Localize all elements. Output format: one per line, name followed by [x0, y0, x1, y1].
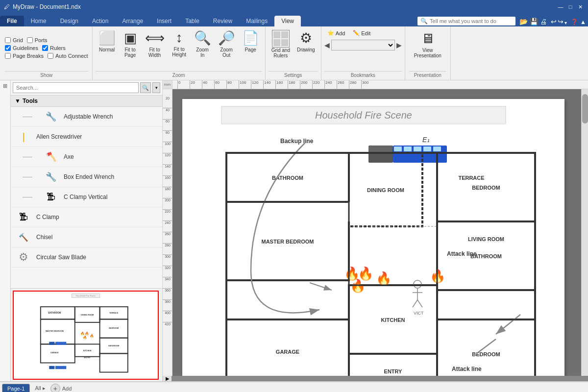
svg-text:MASTER BEDROOM: MASTER BEDROOM	[46, 330, 64, 332]
svg-text:🔥: 🔥	[85, 331, 89, 336]
svg-rect-22	[49, 342, 54, 345]
zoom-group-label: Zoom	[96, 71, 262, 78]
svg-rect-24	[49, 366, 54, 369]
bookmarks-group-label: Bookmarks	[324, 71, 402, 78]
list-item[interactable]: | Allen Screwdriver	[11, 127, 162, 147]
ruler-mark: 0	[177, 80, 180, 89]
tab-arrange[interactable]: Arrange	[115, 16, 150, 26]
tab-review[interactable]: Review	[206, 16, 239, 26]
svg-text:🔥: 🔥	[83, 335, 87, 340]
list-item[interactable]: 🔧 Box Ended Wrench	[11, 167, 162, 187]
tab-table[interactable]: Table	[178, 16, 206, 26]
add-page-button[interactable]: +	[50, 384, 60, 392]
tab-insert[interactable]: Insert	[150, 16, 178, 26]
tab-file[interactable]: File	[0, 16, 24, 26]
tab-bar: File Home Design Action Arrange Insert T…	[0, 14, 588, 26]
svg-text:GARAGE: GARAGE	[276, 349, 299, 355]
tool-divider	[23, 157, 32, 157]
zoom-out-button[interactable]: 🔎 Zoom Out	[215, 28, 238, 59]
svg-text:ENTRY: ENTRY	[84, 357, 91, 359]
rulers-checkbox-label[interactable]: Rulers	[42, 45, 66, 51]
file-open-icon[interactable]: 📂	[519, 18, 528, 25]
undo-icon[interactable]: ↩	[551, 18, 557, 25]
guidelines-checkbox[interactable]	[5, 45, 11, 51]
drawing-icon: ⚙	[300, 30, 312, 46]
grid-and-rulers-button[interactable]: Grid and Rulers	[269, 28, 293, 60]
tools-search-dropdown[interactable]: ▾	[152, 82, 160, 93]
pointer-tool[interactable]: ⊞	[1, 81, 10, 90]
grid-checkbox-label[interactable]: Grid	[5, 37, 23, 43]
c-clamp-vertical-label: C Clamp Vertical	[64, 194, 107, 200]
normal-button[interactable]: ⬜ Normal	[96, 28, 119, 54]
tools-search-input[interactable]	[13, 82, 139, 93]
list-item[interactable]: 🔧 Adjustable Wrench	[11, 107, 162, 127]
edit-bookmark-button[interactable]: ✏️ Edit	[350, 28, 373, 38]
quick-access-dropdown[interactable]: ▾	[564, 20, 567, 25]
page-button[interactable]: 📄 Page	[239, 28, 262, 54]
print-icon[interactable]: 🖨	[540, 18, 547, 25]
canvas-scroll[interactable]: 20 40 60 80 100 120 140 160 180 200 220 …	[163, 89, 588, 376]
help-button[interactable]: ❓	[571, 19, 578, 25]
ports-checkbox-label[interactable]: Ports	[27, 37, 48, 43]
view-presentation-button[interactable]: 🖥 View Presentation	[409, 28, 446, 60]
fit-to-width-button[interactable]: ⟺ Fit to Width	[142, 28, 168, 59]
tool-divider	[23, 117, 32, 117]
rulers-checkbox[interactable]	[42, 45, 48, 51]
tools-search-button[interactable]: 🔍	[140, 82, 151, 93]
ports-checkbox[interactable]	[27, 37, 33, 43]
close-button[interactable]: ✕	[576, 3, 584, 11]
page-tab-all[interactable]: All ▸	[31, 384, 49, 392]
tool-divider	[23, 197, 32, 197]
page-tab-1[interactable]: Page-1	[2, 384, 30, 392]
minimize-button[interactable]: —	[557, 3, 564, 11]
auto-connect-checkbox[interactable]	[48, 53, 53, 59]
tab-action[interactable]: Action	[85, 16, 115, 26]
search-input[interactable]	[430, 18, 513, 24]
tab-mailings[interactable]: Mailings	[239, 16, 274, 26]
search-box[interactable]: 🔍	[417, 17, 515, 25]
ruler-mark: 200	[300, 80, 307, 89]
star-icon: ⭐	[327, 30, 334, 36]
auto-connect-checkbox-label[interactable]: Auto Connect	[48, 53, 88, 59]
bookmark-select[interactable]	[331, 40, 395, 50]
window-title: MyDraw - Document1.ndx	[13, 3, 81, 10]
svg-text:DINING ROOM: DINING ROOM	[367, 187, 404, 193]
page-breaks-checkbox[interactable]	[5, 53, 11, 59]
guidelines-checkbox-label[interactable]: Guidelines	[5, 45, 38, 51]
list-item[interactable]: ⚙ Circular Saw Blade	[11, 247, 162, 268]
page-breaks-checkbox-label[interactable]: Page Breaks	[5, 53, 44, 59]
drawing-button[interactable]: ⚙ Drawing	[294, 28, 318, 54]
fit-to-page-button[interactable]: ▣ Fit to Page	[120, 28, 141, 59]
svg-text:TERRACE: TERRACE	[109, 312, 119, 314]
vertical-scrollbar[interactable]	[581, 89, 588, 376]
maximize-button[interactable]: □	[566, 3, 574, 11]
view-presentation-label: View Presentation	[414, 48, 441, 58]
list-item[interactable]: 🗜 C Clamp	[11, 207, 162, 227]
svg-text:LIVING ROOM: LIVING ROOM	[468, 236, 504, 242]
redo-icon[interactable]: ↪	[558, 18, 564, 25]
list-item[interactable]: 🪓 Axe	[11, 147, 162, 167]
svg-text:DINING ROOM: DINING ROOM	[81, 314, 94, 316]
svg-text:Attack line: Attack line	[447, 250, 477, 257]
back-arrow-icon[interactable]: ◀	[324, 41, 330, 49]
tools-header[interactable]: ▼ Tools	[11, 96, 162, 107]
add-bookmark-button[interactable]: ⭐ Add	[324, 28, 348, 38]
grid-checkbox[interactable]	[5, 37, 11, 43]
save-icon[interactable]: 💾	[530, 18, 538, 25]
list-item[interactable]: 🔨 Chisel	[11, 227, 162, 247]
right-nav-arrow[interactable]: ▶	[163, 376, 172, 381]
fit-to-height-button[interactable]: ↕ Fit to Height	[169, 28, 190, 59]
tab-view[interactable]: View	[274, 16, 301, 26]
forward-arrow-icon[interactable]: ▶	[396, 41, 402, 49]
scrollbar-thumb[interactable]	[582, 94, 588, 123]
list-item[interactable]: 🗜 C Clamp Vertical	[11, 187, 162, 207]
fit-to-width-icon: ⟺	[145, 30, 165, 46]
svg-line-82	[417, 300, 422, 307]
expand-icon[interactable]: ▲	[580, 19, 586, 25]
tools-header-label: Tools	[23, 98, 38, 104]
canvas-viewport[interactable]: Household Fire Scene Backup line E₁	[172, 89, 581, 376]
tab-design[interactable]: Design	[53, 16, 85, 26]
add-page-label[interactable]: Add	[62, 386, 72, 392]
tab-home[interactable]: Home	[24, 16, 53, 26]
zoom-in-button[interactable]: 🔍 Zoom In	[191, 28, 214, 59]
